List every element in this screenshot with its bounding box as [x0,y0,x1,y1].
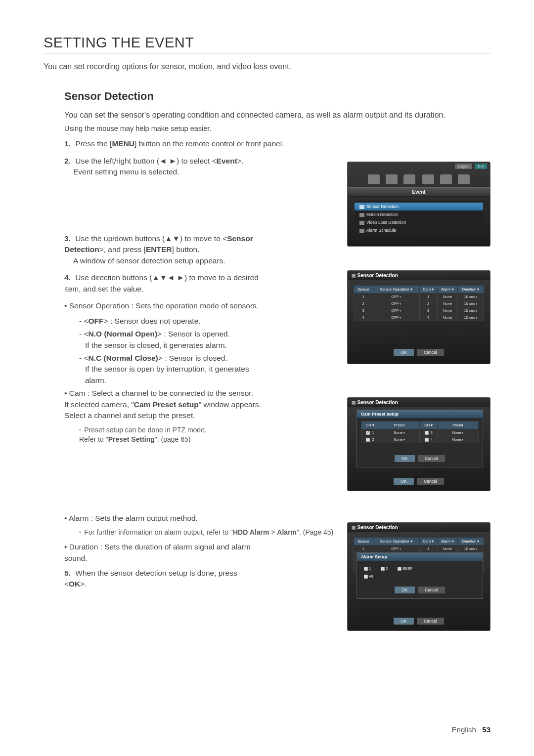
bullet-sensor-op: Sensor Operation : Sets the operation mo… [64,300,261,311]
step-3: 3. Use the up/down buttons (▲▼) to move … [64,233,261,266]
menu-sensor-detection[interactable]: Sensor Detection [355,203,483,210]
figure-cam-preset: Sensor Detection Cam Preset setup CH ▾ P… [347,397,490,491]
event-ribbon: Event [348,187,490,197]
menu-icon[interactable] [458,174,470,184]
tip-preset-ptz: Preset setup can be done in PTZ mode.Ref… [79,425,261,445]
ok-button[interactable]: OK [394,618,413,625]
cancel-button[interactable]: Cancel [418,455,445,462]
checkbox[interactable] [425,431,429,435]
page-title: SETTING THE EVENT [44,35,490,53]
clock-icon [359,229,364,233]
overlay-title: Cam Preset setup [357,410,483,418]
sub-no: <N.O (Normal Open)> : Sensor is opened.I… [79,329,261,351]
table-row: 1OFF1None10 sec [354,546,484,552]
step-5: 5. When the sensor detection setup is do… [64,568,261,590]
checkbox[interactable] [381,567,385,571]
section-note: Using the mouse may help make setup easi… [64,125,490,132]
cancel-button[interactable]: Cancel [417,478,444,485]
sensor-table: Sensor Sensor Operation ▾ Cam ▾ Alarm ▾ … [354,285,484,321]
panel-title: Sensor Detection [348,523,490,532]
ok-button[interactable]: OK [395,455,414,462]
menu-alarm-schedule[interactable]: Alarm Schedule [355,226,483,234]
ok-button[interactable]: OK [394,349,413,356]
menu-icon[interactable] [403,174,415,184]
menu-video-loss[interactable]: Video Loss Detection [355,218,483,226]
section-title: Sensor Detection [64,90,490,103]
checkbox[interactable] [364,575,368,579]
sub-off: <OFF> : Sensor does not operate. [79,316,261,327]
panel-title: Sensor Detection [348,271,490,280]
figure-alarm-setup: Sensor Detection SensorSensor Operation … [347,522,490,631]
page-footer: English _53 [452,725,490,734]
table-row: 3OFF3None10 sec [354,307,484,314]
table-row: 1OFF1None10 sec [354,294,484,300]
checkbox[interactable] [366,438,370,442]
sub-nc: <N.C (Normal Close)> : Sensor is closed.… [79,353,261,386]
step-2: 2. Use the left/right button (◄ ►) to se… [64,156,261,178]
video-icon [359,221,364,225]
ok-button[interactable]: OK [394,478,413,485]
cancel-button[interactable]: Cancel [417,618,444,625]
checkbox[interactable] [364,567,368,571]
figure-event-menu: Logout Exit Event Sensor Detection Motio… [347,162,490,247]
logout-button[interactable]: Logout [455,164,472,169]
cancel-button[interactable]: Cancel [418,587,445,593]
exit-button[interactable]: Exit [475,164,487,169]
table-row: 1 None 3 None [361,429,479,436]
step-1: 1. Press the [MENU] button on the remote… [64,138,490,149]
menu-icon[interactable] [440,174,452,184]
overlay-title: Alarm Setup [357,553,483,561]
panel-title: Sensor Detection [348,398,490,407]
step-4: 4. Use direction buttons (▲▼◄ ►) to move… [64,272,261,294]
bullet-cam: Cam : Select a channel to be connected t… [64,388,261,421]
menu-icon[interactable] [422,174,434,184]
menu-icon[interactable] [386,174,398,184]
intro-text: You can set recording options for sensor… [44,62,490,71]
shield-icon [359,205,364,209]
table-row: 2OFF2None10 sec [354,300,484,307]
cancel-button[interactable]: Cancel [417,349,444,356]
menu-icon[interactable] [368,174,380,184]
motion-icon [359,213,364,217]
bullet-duration: Duration : Sets the duration of alarm si… [64,542,261,564]
table-row: 2 None 4 None [361,436,479,443]
section-desc: You can set the sensor's operating condi… [64,110,490,121]
table-row: 4OFF4None10 sec [354,314,484,321]
checkbox[interactable] [398,567,401,571]
checkbox[interactable] [425,438,429,442]
ok-button[interactable]: OK [395,587,414,593]
menu-icons [348,170,490,187]
figure-sensor-detection: Sensor Detection Sensor Sensor Operation… [347,270,490,364]
checkbox[interactable] [366,431,370,435]
menu-motion-detection[interactable]: Motion Detection [355,210,483,218]
